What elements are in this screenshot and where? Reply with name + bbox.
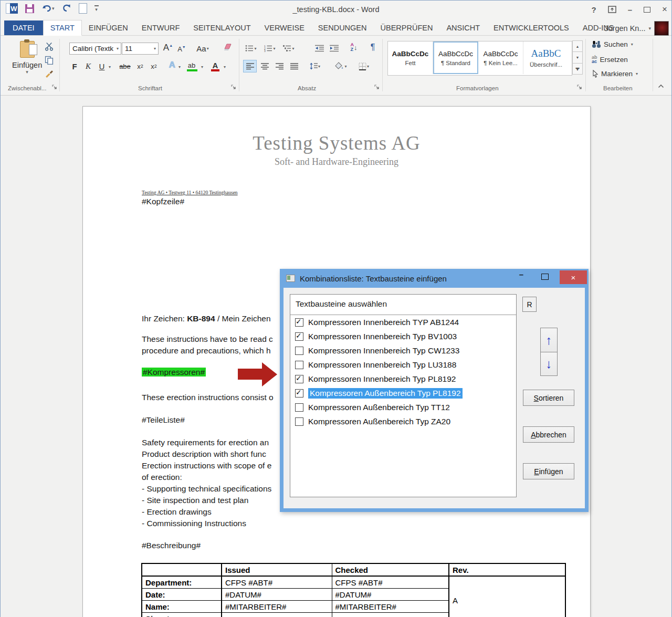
move-down-button[interactable]: ↓ xyxy=(540,352,558,376)
multilevel-list-button[interactable]: ▾ xyxy=(282,42,296,55)
close-icon[interactable]: × xyxy=(662,4,667,15)
strikethrough-button[interactable]: abe xyxy=(117,60,133,72)
list-item-label[interactable]: Kompressoren Außenbereich Typ TT12 xyxy=(308,403,450,412)
subscript-button[interactable]: x2 xyxy=(134,60,146,72)
select-button[interactable]: Markieren▾ xyxy=(592,70,638,78)
tab-entwurf[interactable]: ENTWURF xyxy=(135,20,187,35)
highlight-button[interactable]: ab xyxy=(185,59,198,71)
checkbox[interactable]: ✓ xyxy=(295,403,303,412)
maximize-icon[interactable] xyxy=(644,7,650,13)
align-right-button[interactable] xyxy=(272,60,286,72)
numbering-button[interactable]: 123▾ xyxy=(263,42,277,55)
move-up-button[interactable]: ↑ xyxy=(540,328,558,352)
grow-font-button[interactable]: A▲ xyxy=(162,42,174,54)
list-item-label[interactable]: Kompressoren Innenbereich Typ PL8192 xyxy=(308,374,456,384)
font-color-caret-icon[interactable]: ▾ xyxy=(224,65,226,69)
checkbox[interactable]: ✓ xyxy=(295,347,303,355)
line-spacing-button[interactable]: ▾ xyxy=(306,60,324,72)
collapse-ribbon-icon[interactable] xyxy=(658,84,664,88)
insert-button[interactable]: Einfügen xyxy=(523,463,574,479)
styles-dialog-launcher-icon[interactable] xyxy=(577,85,582,90)
textblock-list-item[interactable]: ✓ Kompressoren Außenbereich Typ TT12 xyxy=(290,400,516,414)
increase-indent-button[interactable] xyxy=(327,42,341,55)
sort-button[interactable]: AZ↓ xyxy=(346,41,362,54)
textblock-list-item[interactable]: ✓ Kompressoren Innenbereich Typ PL8192 xyxy=(290,372,516,386)
tab-seitenlayout[interactable]: SEITENLAYOUT xyxy=(186,20,257,35)
tab-ueberpruefen[interactable]: ÜBERPRÜFEN xyxy=(374,20,440,35)
account-caret-icon[interactable]: ▾ xyxy=(648,26,651,31)
dialog-maximize-icon[interactable] xyxy=(541,274,549,280)
textblock-list-item[interactable]: ✓ Kompressoren Innenbereich Typ BV1003 xyxy=(290,329,516,343)
tab-start[interactable]: START xyxy=(43,20,82,36)
borders-button[interactable]: ▾ xyxy=(354,60,373,72)
styles-scroll-down-icon[interactable]: ▼ xyxy=(572,51,583,63)
textblock-list-item[interactable]: ✓ Kompressoren Innenbereich Typ LU3188 xyxy=(290,358,516,372)
help-icon[interactable]: ? xyxy=(592,5,596,14)
style-ueberschrift[interactable]: AaBbC Überschrif... xyxy=(523,41,569,74)
change-case-button[interactable]: Aa▾ xyxy=(194,43,212,54)
dialog-title-bar[interactable]: Kombinationsliste: Textbausteine einfüge… xyxy=(284,269,585,288)
paste-button[interactable]: Einfügen ▾ xyxy=(12,41,42,75)
shading-button[interactable]: ▾ xyxy=(331,60,350,72)
cut-button[interactable] xyxy=(45,42,55,53)
paragraph-dialog-launcher-icon[interactable] xyxy=(374,85,380,90)
paste-caret-icon[interactable]: ▾ xyxy=(26,69,28,75)
font-name-combo[interactable]: Calibri (Textk▾ xyxy=(69,43,121,55)
checkbox[interactable]: ✓ xyxy=(295,361,303,369)
style-kein-leerraum[interactable]: AaBbCcDc ¶ Kein Lee... xyxy=(478,41,523,74)
bullets-button[interactable]: ▾ xyxy=(244,42,258,55)
dialog-minimize-icon[interactable]: – xyxy=(513,270,529,279)
clear-formatting-button[interactable] xyxy=(223,43,234,53)
font-size-combo[interactable]: 11▾ xyxy=(122,43,159,55)
highlight-caret-icon[interactable]: ▾ xyxy=(201,65,203,69)
tab-datei[interactable]: DATEI xyxy=(4,20,43,35)
replace-button[interactable]: abac Ersetzen xyxy=(592,55,628,64)
list-item-label[interactable]: Kompressoren Innenbereich TYP AB1244 xyxy=(308,318,459,327)
list-item-label[interactable]: Kompressoren Innenbereich Typ CW1233 xyxy=(308,346,459,355)
tab-verweise[interactable]: VERWEISE xyxy=(258,20,311,35)
justify-button[interactable] xyxy=(287,60,301,72)
tab-einfuegen[interactable]: EINFÜGEN xyxy=(82,20,135,35)
decrease-indent-button[interactable] xyxy=(312,42,326,55)
textblock-list-item[interactable]: ✓ Kompressoren Innenbereich TYP AB1244 xyxy=(290,315,516,329)
align-center-button[interactable] xyxy=(258,60,271,72)
ribbon-display-options-icon[interactable] xyxy=(608,6,616,13)
list-item-label[interactable]: Kompressoren Innenbereich Typ BV1003 xyxy=(308,332,457,341)
r-button[interactable]: R xyxy=(522,297,537,312)
checkbox[interactable]: ✓ xyxy=(295,389,303,398)
font-color-button[interactable]: A xyxy=(209,59,221,71)
styles-scroll-up-icon[interactable]: ▲ xyxy=(572,40,583,52)
list-item-label[interactable]: Kompressoren Innenbereich Typ LU3188 xyxy=(308,360,456,370)
avatar[interactable] xyxy=(654,21,669,36)
styles-more-icon[interactable]: ▬▼ xyxy=(572,63,583,75)
style-standard[interactable]: AaBbCcDc ¶ Standard xyxy=(433,41,478,74)
textblock-list-item[interactable]: ✓ Kompressoren Außenbereich Typ PL8192 xyxy=(290,386,516,400)
format-painter-button[interactable] xyxy=(45,69,55,80)
sort-button-dialog[interactable]: Sortieren xyxy=(523,390,574,406)
copy-button[interactable] xyxy=(45,56,55,66)
font-dialog-launcher-icon[interactable] xyxy=(231,85,236,90)
textblock-listbox[interactable]: Textbausteine auswählen ✓ Kompressoren I… xyxy=(290,294,517,497)
checkbox[interactable]: ✓ xyxy=(295,375,303,383)
minimize-icon[interactable]: – xyxy=(628,5,632,14)
checkbox[interactable]: ✓ xyxy=(295,318,303,327)
shrink-font-button[interactable]: A▼ xyxy=(176,43,187,55)
textblock-list-item[interactable]: ✓ Kompressoren Innenbereich Typ CW1233 xyxy=(290,343,516,358)
italic-button[interactable]: K xyxy=(82,60,94,72)
cancel-button[interactable]: Abbrechen xyxy=(523,426,574,443)
underline-button[interactable]: U xyxy=(96,60,108,72)
list-item-label[interactable]: Kompressoren Außenbereich Typ PL8192 xyxy=(308,388,463,399)
find-button[interactable]: Suchen▾ xyxy=(592,40,633,48)
checkbox[interactable]: ✓ xyxy=(295,332,303,341)
underline-caret-icon[interactable]: ▾ xyxy=(109,65,111,69)
pilcrow-button[interactable]: ¶ xyxy=(366,41,380,54)
list-item-label[interactable]: Kompressoren Außenbereich Typ ZA20 xyxy=(308,417,450,426)
bold-button[interactable]: F xyxy=(69,60,80,72)
tab-sendungen[interactable]: SENDUNGEN xyxy=(311,20,374,35)
textblock-list-item[interactable]: ✓ Kompressoren Außenbereich Typ ZA20 xyxy=(290,414,516,428)
tab-ansicht[interactable]: ANSICHT xyxy=(439,20,487,35)
dialog-close-icon[interactable]: × xyxy=(560,270,587,284)
account-name[interactable]: Jürgen Kn... xyxy=(604,24,645,33)
superscript-button[interactable]: x2 xyxy=(148,60,160,72)
tab-entwicklertools[interactable]: ENTWICKLERTOOLS xyxy=(487,20,576,35)
